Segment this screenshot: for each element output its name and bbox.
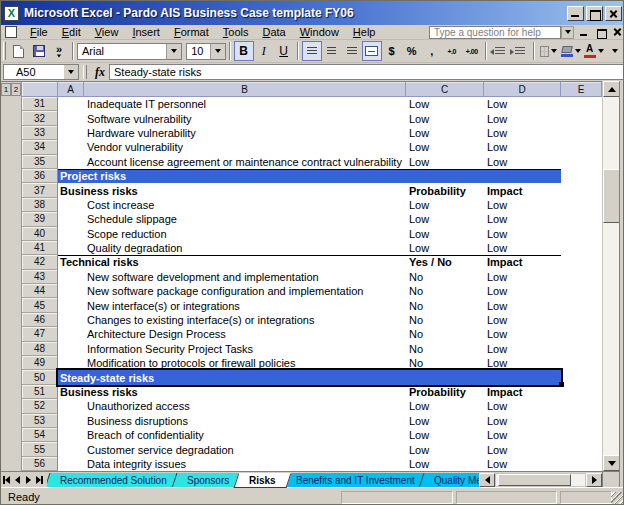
menu-item-window[interactable]: Window (293, 25, 346, 39)
row-header[interactable]: 48 (22, 342, 58, 356)
underline-button[interactable]: U (274, 41, 294, 61)
font-name-dropdown[interactable] (166, 44, 181, 59)
window-minimize-button[interactable] (577, 26, 591, 39)
cell-c[interactable]: Probability (409, 185, 466, 197)
row-cells[interactable]: Cost increase Low Low (58, 198, 602, 212)
cell-c[interactable]: Low (409, 429, 429, 441)
align-right-button[interactable] (342, 41, 362, 61)
toolbar-grip[interactable] (3, 42, 6, 60)
row-cells[interactable]: Breach of confidentiality Low Low (58, 428, 602, 442)
row-cells[interactable]: New interface(s) or integrations No Low (58, 298, 602, 312)
cell-b[interactable]: Information Security Project Tasks (87, 343, 253, 355)
cell-b[interactable]: Schedule slippage (87, 213, 177, 225)
cell-b[interactable]: Project risks (60, 170, 126, 182)
cell-b[interactable]: Breach of confidentiality (87, 429, 204, 441)
currency-style-button[interactable]: $ (382, 41, 402, 61)
chevron-down-icon[interactable] (575, 49, 581, 53)
cell-d[interactable]: Low (487, 415, 507, 427)
scroll-down-button[interactable] (603, 455, 620, 471)
row-header[interactable]: 45 (22, 298, 58, 312)
new-document-button[interactable] (9, 41, 29, 61)
chevron-down-icon[interactable] (598, 49, 604, 53)
cell-d[interactable]: Low (487, 156, 507, 168)
formula-input[interactable]: Steady-state risks (109, 64, 624, 80)
insert-function-icon[interactable]: fx (95, 65, 105, 80)
row-cells[interactable]: Modification to protocols or firewall po… (58, 356, 602, 370)
cell-d[interactable]: Low (487, 228, 507, 240)
row-cells[interactable]: Inadequate IT personnel Low Low (58, 97, 602, 111)
comma-style-button[interactable]: , (422, 41, 442, 61)
cell-c[interactable]: Yes / No (409, 256, 452, 268)
cell-d[interactable]: Low (487, 343, 507, 355)
borders-button[interactable] (538, 41, 560, 61)
menu-item-view[interactable]: View (88, 25, 126, 39)
cell-d[interactable]: Low (487, 429, 507, 441)
cell-b[interactable]: Business risks (60, 185, 138, 197)
row-cells[interactable]: Vendor vulnerability Low Low (58, 140, 602, 154)
minimize-button[interactable] (567, 6, 584, 21)
cell-c[interactable]: Low (409, 458, 429, 470)
cell-d[interactable]: Low (487, 444, 507, 456)
help-question-input[interactable]: Type a question for help (429, 26, 561, 39)
row-header[interactable]: 53 (22, 414, 58, 428)
cell-c[interactable]: Low (409, 141, 429, 153)
row-header[interactable]: 51 (22, 385, 58, 399)
help-question-dropdown[interactable] (561, 26, 574, 39)
hscroll-left-button[interactable] (479, 473, 495, 487)
cell-c[interactable]: Low (409, 156, 429, 168)
align-center-button[interactable] (322, 41, 342, 61)
cell-d[interactable]: Low (487, 242, 507, 254)
cell-b[interactable]: Business disruptions (87, 415, 188, 427)
horizontal-scrollbar[interactable] (495, 473, 586, 487)
row-header[interactable]: 37 (22, 183, 58, 197)
cell-c[interactable]: Low (409, 400, 429, 412)
cell-c[interactable]: Low (409, 98, 429, 110)
column-header-b[interactable]: B (84, 82, 406, 97)
row-cells[interactable]: Software vulnerability Low Low (58, 111, 602, 125)
row-cells[interactable]: Quality degradation Low Low (58, 241, 602, 255)
cell-c[interactable]: Low (409, 127, 429, 139)
row-cells[interactable]: Business risks Probability Impact (58, 183, 602, 197)
row-header[interactable]: 40 (22, 227, 58, 241)
row-header[interactable]: 42 (22, 255, 58, 269)
sheet-tab-recommended-solution[interactable]: Recommended Solution (47, 473, 182, 488)
cell-d[interactable]: Low (487, 113, 507, 125)
scroll-up-button[interactable] (603, 81, 620, 97)
row-cells[interactable]: Account license agreement or maintenance… (58, 155, 602, 169)
row-cells[interactable]: Business risks Probability Impact (58, 385, 602, 399)
row-cells[interactable]: Data integrity issues Low Low (58, 457, 602, 471)
cell-b[interactable]: Modification to protocols or firewall po… (87, 357, 295, 369)
vertical-scrollbar[interactable] (602, 81, 619, 471)
window-restore-button[interactable] (594, 26, 608, 39)
cell-b[interactable]: Scope reduction (87, 228, 167, 240)
cell-b[interactable]: Data integrity issues (87, 458, 186, 470)
row-cells[interactable]: Information Security Project Tasks No Lo… (58, 342, 602, 356)
close-button[interactable] (605, 6, 622, 21)
cell-b[interactable]: Cost increase (87, 199, 154, 211)
cell-c[interactable]: Probability (409, 386, 466, 398)
cell-d[interactable]: Low (487, 127, 507, 139)
name-box[interactable]: A50 (3, 64, 79, 80)
row-header[interactable]: 47 (22, 327, 58, 341)
cell-c[interactable]: No (409, 357, 423, 369)
cell-d[interactable]: Low (487, 141, 507, 153)
cell-b[interactable]: Unauthorized access (87, 400, 190, 412)
cell-d[interactable]: Low (487, 213, 507, 225)
bold-button[interactable]: B (234, 41, 254, 61)
outline-level-1-button[interactable]: 1 (1, 83, 11, 96)
window-close-button[interactable] (611, 26, 624, 39)
cell-d[interactable]: Low (487, 314, 507, 326)
row-header[interactable]: 55 (22, 442, 58, 456)
cell-d[interactable]: Low (487, 300, 507, 312)
cell-b[interactable]: Steady-state risks (60, 372, 154, 384)
cell-d[interactable]: Low (487, 199, 507, 211)
row-cells[interactable]: Scope reduction Low Low (58, 227, 602, 241)
cell-d[interactable]: Low (487, 400, 507, 412)
cell-c[interactable]: Low (409, 228, 429, 240)
merge-and-center-button[interactable] (362, 41, 382, 61)
align-left-button[interactable] (302, 41, 322, 61)
resize-grip[interactable] (611, 492, 623, 504)
cell-c[interactable]: Low (409, 213, 429, 225)
more-buttons-button[interactable]: » (49, 41, 69, 61)
cell-b[interactable]: Quality degradation (87, 242, 182, 254)
